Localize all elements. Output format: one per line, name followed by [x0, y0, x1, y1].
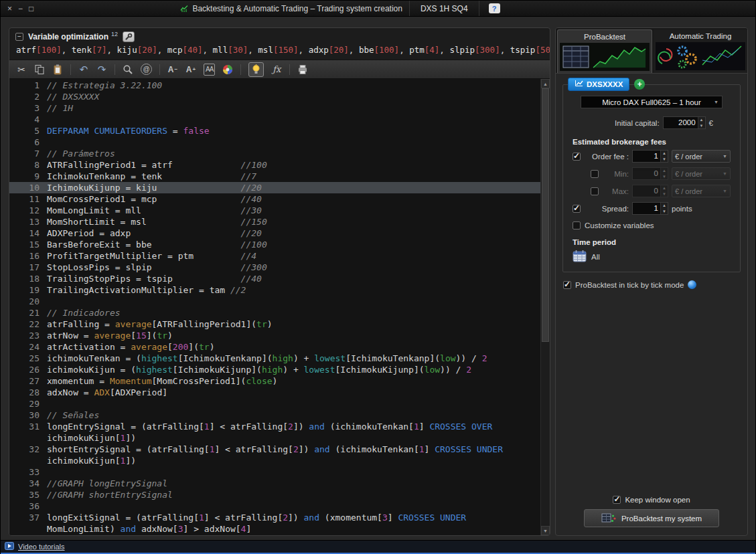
tab-probacktest[interactable]: ProBacktest	[557, 29, 652, 73]
scroll-up-icon[interactable]: ▲	[541, 79, 550, 88]
collapse-toggle[interactable]: −	[15, 33, 23, 41]
spinner-arrows[interactable]: ▲▼	[660, 151, 668, 162]
max-fee-input[interactable]: 0 ▲▼	[632, 185, 668, 197]
insert-function-icon[interactable]: ƒx	[271, 64, 282, 76]
document-tab[interactable]: DXS 1H SQ4	[409, 1, 479, 16]
print-icon[interactable]	[297, 64, 308, 76]
variable-chip[interactable]: bbe[100]	[359, 45, 399, 55]
tick-mode-checkbox[interactable]	[563, 281, 571, 289]
code-line[interactable]: 32shortEntrySignal = (atrFalling[1] < at…	[9, 444, 540, 466]
variable-chip[interactable]: slpip[300]	[449, 45, 500, 55]
timeframe-select[interactable]: Micro DAX Full0625 – 1 hour ▼	[581, 96, 723, 108]
code-editor-lines[interactable]: 1// Estrategia 3.22.1002// DXSXXXX3// 1H…	[9, 79, 540, 535]
order-fee-unit-select[interactable]: € / order ▼	[672, 150, 731, 163]
code-line[interactable]: 17StopLossPips = slpip //300	[9, 262, 540, 273]
order-fee-checkbox[interactable]	[573, 153, 581, 161]
max-fee-checkbox[interactable]	[591, 187, 599, 195]
code-line[interactable]: 10IchimokuKijunp = kiju //20	[9, 182, 540, 193]
customize-variables-checkbox[interactable]	[573, 221, 581, 229]
paste-icon[interactable]	[52, 64, 63, 76]
code-line[interactable]: 9IchimokuTenkanp = tenk //7	[9, 171, 540, 182]
code-line[interactable]: 21// Indicadores	[9, 307, 540, 318]
spinner-arrows[interactable]: ▲▼	[660, 203, 668, 214]
tab-automatic-trading[interactable]: Automatic Trading	[654, 29, 747, 73]
undo-icon[interactable]: ↶	[78, 64, 89, 76]
variable-chip[interactable]: msl[150]	[258, 45, 298, 55]
variable-chip[interactable]: atrf[100]	[16, 45, 62, 55]
time-period-button[interactable]: All	[573, 250, 736, 264]
editor-scrollbar[interactable]: ▲ ▼	[540, 79, 550, 535]
code-line[interactable]: 35//GRAPH shortEntrySignal	[9, 489, 540, 500]
spread-checkbox[interactable]	[573, 205, 581, 213]
color-theme-icon[interactable]	[222, 64, 233, 76]
code-line[interactable]: 16ProfitTargetMultiplier = ptm //4	[9, 250, 540, 262]
code-line[interactable]: 22atrFalling = average[ATRFallingPeriod1…	[9, 318, 540, 330]
code-line[interactable]: 15BarsBeforeExit = bbe //100	[9, 239, 540, 250]
spinner-arrows[interactable]: ▲▼	[660, 168, 668, 179]
variable-chip[interactable]: adxp[20]	[309, 45, 349, 55]
code-line[interactable]: 33	[9, 466, 540, 478]
variable-chip[interactable]: kiju[20]	[117, 45, 157, 55]
run-probacktest-button[interactable]: ProBacktest my system	[584, 509, 719, 527]
font-increase-icon[interactable]: A+	[185, 64, 196, 76]
code-line[interactable]: 36	[9, 500, 540, 512]
code-line[interactable]: 8ATRFallingPeriod1 = atrf //100	[9, 159, 540, 171]
code-line[interactable]: 5DEFPARAM CUMULATEORDERS = false	[9, 125, 540, 136]
code-line[interactable]: 34//GRAPH longEntrySignal	[9, 478, 540, 489]
code-line[interactable]: 25ichimokuTenkan = (highest[IchimokuTenk…	[9, 353, 540, 364]
video-tutorials-link[interactable]: Video tutorials	[18, 543, 65, 551]
add-instrument-button[interactable]: +	[634, 79, 645, 90]
scrollbar-track[interactable]	[541, 88, 550, 526]
spinner-arrows[interactable]: ▲▼	[660, 185, 668, 197]
order-fee-input[interactable]: 1 ▲▼	[632, 150, 668, 163]
max-fee-unit-select[interactable]: € / order ▼	[672, 185, 731, 197]
code-line[interactable]: 2// DXSXXXX	[9, 91, 540, 102]
help-icon[interactable]: ?	[489, 3, 500, 13]
variable-chip[interactable]: mll[30]	[213, 45, 248, 55]
code-line[interactable]: 14ADXPeriod = adxp //20	[9, 227, 540, 239]
code-line[interactable]: 11MomCrossPeriod1 = mcp //40	[9, 193, 540, 205]
code-line[interactable]: 18TrailingStopPips = tspip //40	[9, 273, 540, 284]
code-line[interactable]: 1// Estrategia 3.22.100	[9, 80, 540, 91]
code-line[interactable]: 37longExitSignal = (atrFalling[1] < atrF…	[9, 512, 540, 535]
redo-icon[interactable]: ↷	[96, 64, 107, 76]
code-line[interactable]: 23atrNow = average[15](tr)	[9, 330, 540, 341]
optimization-settings-button[interactable]	[123, 31, 135, 42]
code-line[interactable]: 31longEntrySignal = (atrFalling[1] < atr…	[9, 421, 540, 444]
spinner-arrows[interactable]: ▲▼	[698, 117, 705, 128]
code-line[interactable]: 24atrActivation = average[200](tr)	[9, 341, 540, 353]
code-line[interactable]: 26ichimokuKijun = (highest[IchimokuKijun…	[9, 364, 540, 375]
scrollbar-thumb[interactable]	[542, 88, 549, 342]
scroll-down-icon[interactable]: ▼	[541, 526, 550, 535]
initial-capital-input[interactable]: 2000 ▲▼	[663, 116, 706, 129]
instrument-button[interactable]: DXSXXXX	[568, 78, 629, 91]
search-icon[interactable]	[123, 64, 133, 76]
variable-chip[interactable]: tspip[50]	[510, 45, 550, 55]
font-default-icon[interactable]: AA	[204, 64, 215, 76]
variable-chip[interactable]: tenk[7]	[72, 45, 107, 55]
min-fee-input[interactable]: 0 ▲▼	[632, 167, 668, 180]
code-line[interactable]: 4	[9, 114, 540, 125]
code-line[interactable]: 12MomLongLimit = mll //30	[9, 205, 540, 216]
variable-chip[interactable]: mcp[40]	[167, 45, 203, 55]
code-line[interactable]: 6	[9, 136, 540, 148]
syntax-highlight-icon[interactable]	[248, 62, 264, 77]
code-line[interactable]: 13MomShortLimit = msl //150	[9, 216, 540, 227]
comment-icon[interactable]: @	[141, 64, 152, 75]
variable-chip[interactable]: ptm[4]	[409, 45, 439, 55]
code-line[interactable]: 3// 1H	[9, 102, 540, 114]
cut-icon[interactable]: ✂	[16, 64, 27, 76]
spread-input[interactable]: 1 ▲▼	[632, 202, 668, 215]
code-line[interactable]: 20	[9, 296, 540, 307]
maximize-button[interactable]: □	[29, 1, 33, 16]
code-line[interactable]: 7// Parámetros	[9, 148, 540, 159]
code-line[interactable]: 28adxNow = ADX[ADXPeriod]	[9, 387, 540, 398]
copy-icon[interactable]	[34, 64, 45, 76]
min-fee-checkbox[interactable]	[591, 170, 599, 178]
keep-window-checkbox[interactable]	[613, 496, 621, 504]
min-fee-unit-select[interactable]: € / order ▼	[672, 167, 731, 180]
font-decrease-icon[interactable]: A−	[167, 64, 178, 76]
minimize-button[interactable]: −	[18, 1, 23, 16]
close-button[interactable]: ×	[7, 1, 12, 16]
code-line[interactable]: 27xmomentum = Momentum[MomCrossPeriod1](…	[9, 375, 540, 387]
